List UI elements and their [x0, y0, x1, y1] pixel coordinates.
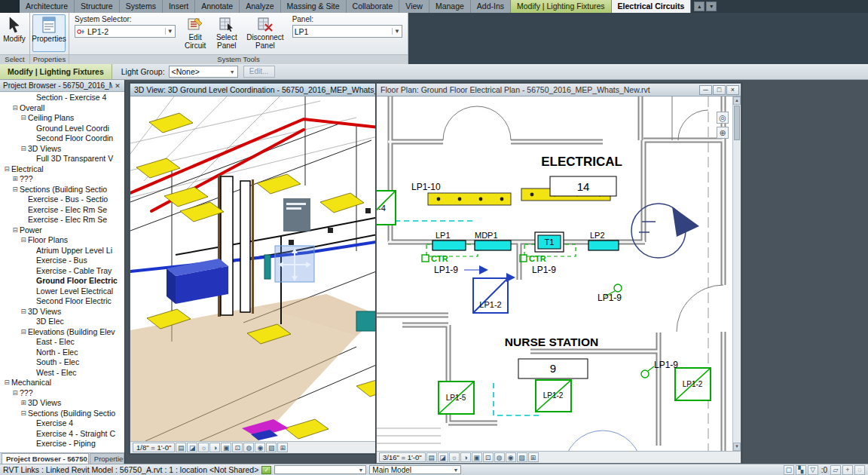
select-panel-footer[interactable]: Select [0, 54, 29, 64]
active-workset-dropdown[interactable]: ▼ [274, 465, 366, 474]
expand-icon[interactable]: ⊞ [11, 174, 20, 185]
tree-item[interactable]: ⊟??? [0, 388, 124, 399]
close-button[interactable]: × [726, 85, 739, 95]
tree-item[interactable]: Ground Level Coordi [0, 124, 124, 134]
tree-item[interactable]: North - Elec [0, 348, 124, 358]
selected-element-highlight[interactable] [275, 246, 314, 282]
tree-item[interactable]: ⊟Sections (Building Sectio [0, 185, 124, 195]
collapse-icon[interactable]: ⊟ [2, 164, 11, 175]
ribbon-tab-massing-site[interactable]: Massing & Site [281, 0, 347, 13]
design-option-dropdown[interactable]: Main Model ▼ [369, 465, 461, 474]
tree-item[interactable]: ⊞3D Views [0, 398, 124, 409]
tree-item[interactable]: Exercise - Elec Rm Se [0, 205, 124, 216]
tree-item[interactable]: Exercise - Piping [0, 439, 124, 449]
ribbon-tab-add-ins[interactable]: Add-Ins [471, 0, 511, 13]
tree-item[interactable]: ⊟3D Views [0, 144, 124, 155]
collapse-icon[interactable]: ⊟ [11, 225, 20, 236]
collapse-icon[interactable]: ⊟ [19, 235, 28, 246]
ribbon-tab-analyze[interactable]: Analyze [240, 0, 280, 13]
select-panel-button[interactable]: SelectPanel [212, 14, 241, 52]
design-options-icon[interactable]: ▢ [784, 465, 794, 475]
tree-item[interactable]: Section - Exercise 4 [0, 93, 124, 103]
ribbon-tab-systems[interactable]: Systems [120, 0, 163, 13]
collapse-icon[interactable]: ⊟ [2, 378, 11, 388]
collapse-icon[interactable]: ⊟ [19, 144, 28, 155]
detail-level-icon[interactable]: ▤ [426, 452, 437, 462]
bg-process-icon[interactable]: ◌ [854, 465, 865, 475]
tree-item[interactable]: South - Elec [0, 357, 124, 368]
light-group-dropdown[interactable]: <None> ▼ [169, 66, 238, 78]
restore-button[interactable]: □ [713, 85, 726, 95]
minimize-button[interactable]: ─ [699, 85, 712, 95]
panel-tab[interactable]: Properties [90, 453, 124, 464]
tree-item[interactable]: ⊞??? [0, 174, 124, 185]
visual-style-icon[interactable]: ◪ [438, 452, 448, 462]
plan-canvas[interactable]: ELECTRICAL 14 NURSE STATION 9 LP1-10 -4 … [377, 97, 732, 451]
tree-item[interactable]: Atrium Upper Level Li [0, 246, 124, 256]
tree-item[interactable]: Exercise 4 - Straight C [0, 429, 124, 440]
drag-icon[interactable]: + [842, 465, 853, 475]
app-menu-button[interactable] [0, 0, 20, 13]
filter-icon[interactable]: ▽ [808, 465, 818, 475]
tree-item[interactable]: ⊟3D Views [0, 307, 124, 317]
editable-only-icon[interactable]: ✓ [261, 466, 271, 474]
sun-path-icon[interactable]: ☼ [198, 443, 209, 452]
collapse-icon[interactable]: ⊟ [19, 307, 28, 317]
plan-window-titlebar[interactable]: Floor Plan: Ground Floor Electrical Plan… [377, 84, 741, 97]
properties-button[interactable]: Properties [32, 14, 66, 52]
ribbon-tab-collaborate[interactable]: Collaborate [347, 0, 400, 13]
ribbon-tab-architecture[interactable]: Architecture [20, 0, 75, 13]
chevron-down-icon[interactable]: ▼ [392, 28, 400, 35]
hide-isolate-icon[interactable]: ◍ [494, 452, 505, 462]
collapse-icon[interactable]: ⊟ [11, 185, 20, 195]
tree-item[interactable]: East - Elec [0, 337, 124, 348]
ribbon-tab-view[interactable]: View [399, 0, 429, 13]
ribbon-collapse-icon[interactable]: ▴ [694, 2, 704, 11]
show-crop-icon[interactable]: ⊡ [232, 443, 243, 452]
system-selector-dropdown[interactable]: LP1-2 ▼ [75, 25, 176, 38]
tree-item[interactable]: Exercise - Elec Rm Se [0, 215, 124, 225]
chevron-down-icon[interactable]: ▼ [230, 69, 235, 75]
tree-item[interactable]: Ground Floor Electric [0, 276, 124, 287]
ribbon-tab-annotate[interactable]: Annotate [195, 0, 240, 13]
exclude-options-icon[interactable]: ▚ [796, 465, 806, 475]
tree-item[interactable]: ⊟Floor Plans [0, 235, 124, 246]
crop-view-icon[interactable]: ▣ [472, 452, 482, 462]
scale-button[interactable]: 3/16" = 1'-0" [379, 452, 426, 462]
chevron-down-icon[interactable]: ▼ [165, 28, 173, 35]
tree-item[interactable]: ⊟Electrical [0, 164, 124, 175]
view-properties-icon[interactable]: ▧ [266, 443, 277, 452]
tree-item[interactable]: Second Floor Electric [0, 296, 124, 307]
scroll-down-icon[interactable]: ▼ [733, 443, 741, 451]
edit-light-group-button[interactable]: Edit... [243, 66, 275, 78]
tree-item[interactable]: ⊟Mechanical [0, 378, 124, 388]
scale-button[interactable]: 1/8" = 1'-0" [133, 443, 175, 452]
tree-item[interactable]: Exercise - Bus [0, 256, 124, 266]
reveal-hidden-icon[interactable]: ◉ [255, 443, 265, 452]
scroll-up-icon[interactable]: ▲ [733, 97, 741, 105]
tree-item[interactable]: Exercise - Bus - Sectio [0, 195, 124, 205]
collapse-icon[interactable]: ⊟ [19, 327, 28, 338]
system-tools-panel-footer[interactable]: System Tools [69, 54, 408, 64]
project-browser-titlebar[interactable]: Project Browser - 56750_2016_MEP_W... ✕ [0, 80, 124, 92]
view-properties-icon[interactable]: ▧ [517, 452, 527, 462]
panel-tab[interactable]: Project Browser - 56750_20... [2, 453, 89, 464]
nav-wheel-icon[interactable]: ◎ [717, 112, 729, 124]
detail-level-icon[interactable]: ▤ [176, 443, 186, 452]
ribbon-tab-insert[interactable]: Insert [163, 0, 195, 13]
close-icon[interactable]: ✕ [112, 81, 123, 90]
modify-button[interactable]: Modify [2, 14, 26, 52]
collapse-icon[interactable]: ⊟ [11, 103, 20, 114]
tree-item[interactable]: Exercise 4 [0, 418, 124, 429]
project-browser-tree[interactable]: Section - Exercise 4⊟Overall⊟Ceiling Pla… [0, 92, 124, 452]
tree-item[interactable]: Exercise - Cable Tray [0, 266, 124, 277]
scroll-thumb[interactable] [734, 106, 740, 140]
constraints-icon[interactable]: ⊞ [277, 443, 288, 452]
hide-isolate-icon[interactable]: ◍ [243, 443, 254, 452]
show-crop-icon[interactable]: ⊡ [483, 452, 494, 462]
tree-item[interactable]: Full 3D Transparent V [0, 154, 124, 164]
disconnect-panel-button[interactable]: DisconnectPanel [243, 14, 286, 52]
tree-item[interactable]: ⊟Overall [0, 103, 124, 114]
ribbon-options-chevron-icon[interactable]: ▾ [706, 2, 717, 11]
ribbon-tab-modify-lighting-fixtures[interactable]: Modify | Lighting Fixtures [511, 0, 612, 13]
